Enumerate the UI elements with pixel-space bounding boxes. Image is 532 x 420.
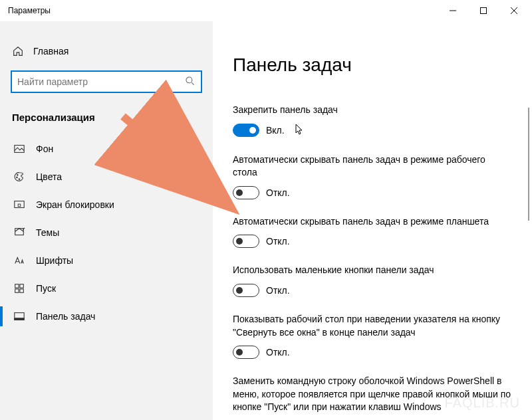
window-titlebar: Параметры: [0, 0, 532, 21]
palette-icon: [13, 171, 25, 183]
svg-rect-9: [15, 284, 19, 288]
sidebar-item-themes[interactable]: Темы: [8, 219, 205, 247]
scrollbar[interactable]: [528, 108, 529, 221]
svg-rect-7: [18, 204, 21, 207]
setting-label: Заменить командную строку оболочкой Wind…: [233, 375, 512, 414]
window-title: Параметры: [8, 6, 438, 15]
svg-rect-12: [20, 289, 23, 292]
svg-rect-0: [481, 8, 487, 14]
sidebar-item-taskbar[interactable]: Панель задач: [8, 302, 205, 330]
sidebar-item-label: Пуск: [36, 283, 56, 294]
svg-point-1: [186, 77, 192, 83]
lockscreen-icon: [13, 199, 25, 211]
toggle-autohide-desktop[interactable]: [233, 186, 259, 199]
setting-small-buttons: Использовать маленькие кнопки панели зад…: [233, 264, 512, 297]
toggle-lock-taskbar[interactable]: [233, 124, 259, 137]
setting-label: Автоматически скрывать панель задач в ре…: [233, 215, 512, 229]
setting-label: Автоматически скрывать панель задач в ре…: [233, 154, 512, 179]
sidebar-item-label: Фон: [36, 144, 53, 154]
setting-peek-desktop: Показывать рабочий стол при наведении ук…: [233, 313, 512, 359]
svg-rect-11: [15, 289, 19, 292]
setting-autohide-tablet: Автоматически скрывать панель задач в ре…: [233, 215, 512, 249]
section-title: Персонализация: [8, 109, 205, 135]
svg-rect-10: [20, 284, 23, 288]
toggle-state: Вкл.: [266, 125, 285, 136]
sidebar-item-background[interactable]: Фон: [8, 135, 205, 163]
sidebar-item-fonts[interactable]: Шрифты: [8, 247, 205, 274]
sidebar-item-label: Панель задач: [36, 311, 95, 322]
toggle-state: Откл.: [266, 236, 290, 247]
setting-replace-cmd: Заменить командную строку оболочкой Wind…: [233, 375, 512, 414]
svg-rect-8: [15, 229, 24, 235]
toggle-peek-desktop[interactable]: [233, 346, 259, 359]
setting-autohide-desktop: Автоматически скрывать панель задач в ре…: [233, 154, 512, 199]
search-input[interactable]: [17, 76, 185, 87]
toggle-state: Откл.: [266, 187, 290, 198]
minimize-button[interactable]: [438, 0, 468, 21]
search-box[interactable]: [11, 70, 202, 93]
page-title: Панель задач: [233, 54, 512, 76]
home-icon: [12, 45, 24, 57]
setting-label: Использовать маленькие кнопки панели зад…: [233, 264, 512, 277]
setting-label: Показывать рабочий стол при наведении ук…: [233, 313, 512, 339]
svg-point-5: [19, 179, 20, 180]
sidebar-item-colors[interactable]: Цвета: [8, 163, 205, 191]
themes-icon: [13, 227, 25, 239]
toggle-state: Откл.: [266, 285, 290, 296]
start-icon: [13, 282, 25, 294]
cursor-icon: [295, 124, 305, 138]
image-icon: [13, 143, 25, 155]
sidebar-item-lockscreen[interactable]: Экран блокировки: [8, 191, 205, 219]
search-icon: [185, 76, 196, 88]
sidebar: Главная Персонализация Фон Цвета Э: [0, 21, 213, 420]
sidebar-item-label: Экран блокировки: [36, 199, 114, 210]
svg-point-3: [17, 174, 18, 175]
toggle-autohide-tablet[interactable]: [233, 235, 259, 248]
setting-lock-taskbar: Закрепить панель задач Вкл.: [233, 104, 512, 138]
sidebar-item-start[interactable]: Пуск: [8, 274, 205, 302]
home-label: Главная: [33, 46, 68, 56]
setting-label: Закрепить панель задач: [233, 104, 512, 117]
toggle-small-buttons[interactable]: [233, 284, 259, 297]
sidebar-item-label: Цвета: [36, 171, 62, 182]
home-nav[interactable]: Главная: [8, 39, 205, 64]
maximize-button[interactable]: [468, 0, 499, 21]
svg-rect-14: [15, 318, 24, 320]
close-button[interactable]: [499, 0, 529, 21]
sidebar-item-label: Шрифты: [36, 255, 73, 266]
svg-point-4: [17, 177, 18, 178]
taskbar-icon: [13, 310, 25, 322]
fonts-icon: [13, 255, 25, 266]
sidebar-item-label: Темы: [36, 227, 59, 238]
toggle-state: Откл.: [266, 347, 290, 358]
main-panel: Панель задач Закрепить панель задач Вкл.…: [213, 21, 532, 420]
